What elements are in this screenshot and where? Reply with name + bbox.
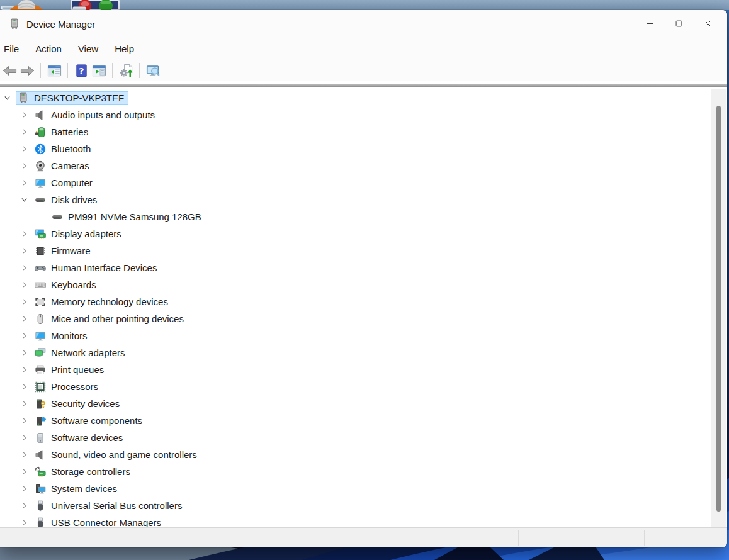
tree-item-content[interactable]: Software devices [33,431,127,445]
tree-item-content[interactable]: Bluetooth [33,142,95,156]
title-bar[interactable]: Device Manager [0,10,727,38]
update-driver-button[interactable] [117,62,135,79]
tree-item-content[interactable]: Software components [33,414,147,428]
tree-item-content[interactable]: Computer [33,176,97,190]
chevron-right-icon[interactable] [18,432,30,444]
forward-button[interactable] [18,62,36,79]
tree-item-content[interactable]: Firmware [33,244,95,258]
menu-file[interactable]: File [0,38,27,60]
help-button[interactable]: ? [72,62,90,79]
processor-icon [35,381,46,393]
tree-item-content[interactable]: DESKTOP-VKP3TEF [16,91,128,105]
tree-item-content[interactable]: Memory technology devices [33,295,172,309]
tree-item[interactable]: Computer [0,174,727,191]
chevron-right-icon[interactable] [18,228,30,240]
background-app-cone-icon[interactable] [10,0,43,10]
tree-item[interactable]: Firmware [0,242,727,259]
tree-item[interactable]: System devices [0,480,727,497]
menu-help[interactable]: Help [106,38,142,60]
tree-item-content[interactable]: Mice and other pointing devices [33,312,188,326]
tree-item-content[interactable]: Audio inputs and outputs [33,108,159,122]
chevron-right-icon[interactable] [18,160,30,172]
chevron-right-icon[interactable] [18,517,30,528]
chevron-right-icon[interactable] [18,364,30,376]
close-button[interactable] [693,10,722,38]
tree-item[interactable]: Processors [0,378,727,395]
show-hide-console-tree-button[interactable] [45,62,63,79]
tree-item-content[interactable]: Human Interface Devices [33,261,161,275]
tree-item-content[interactable]: Sound, video and game controllers [33,448,201,462]
tree-item[interactable]: Network adapters [0,344,727,361]
tree-item[interactable]: Batteries [0,123,727,140]
tree-item[interactable]: Cameras [0,157,727,174]
tree-item-content[interactable]: Security devices [33,397,124,411]
chevron-right-icon[interactable] [18,483,30,495]
chevron-right-icon[interactable] [18,398,30,410]
chevron-right-icon[interactable] [18,381,30,393]
tree-item[interactable]: DESKTOP-VKP3TEF [0,89,727,106]
tree-item[interactable]: Software components [0,412,727,429]
tree-item-content[interactable]: Processors [33,380,103,394]
chevron-right-icon[interactable] [18,245,30,257]
background-app-indicators-icon[interactable] [71,0,120,10]
chevron-right-icon[interactable] [18,500,30,512]
scan-hardware-changes-button[interactable] [144,62,162,79]
back-button[interactable] [1,62,18,79]
chevron-right-icon[interactable] [18,279,30,291]
tree-item[interactable]: Memory technology devices [0,293,727,310]
tree-item[interactable]: Monitors [0,327,727,344]
chevron-right-icon[interactable] [18,466,30,478]
chevron-right-icon[interactable] [18,109,30,121]
chevron-right-icon[interactable] [18,296,30,308]
chevron-right-icon[interactable] [18,126,30,138]
menu-view[interactable]: View [70,38,106,60]
tree-item-content[interactable]: System devices [33,482,122,496]
tree-item-content[interactable]: Keyboards [33,278,101,292]
chevron-right-icon[interactable] [18,415,30,427]
tree-item-content[interactable]: Batteries [33,125,93,139]
tree-item-content[interactable]: Print queues [33,363,108,377]
chevron-right-icon[interactable] [18,330,30,342]
tree-item-content[interactable]: USB Connector Managers [33,516,166,528]
tree-item-content[interactable]: PM991 NVMe Samsung 128GB [50,210,206,224]
tree-item-content[interactable]: Network adapters [33,346,130,360]
tree-item-content[interactable]: Cameras [33,159,94,173]
show-action-pane-button[interactable] [90,62,108,79]
tree-item[interactable]: Software devices [0,429,727,446]
status-bar-divider [644,530,645,546]
chevron-right-icon[interactable] [18,262,30,274]
chevron-right-icon[interactable] [18,347,30,359]
tree-item-content[interactable]: Display adapters [33,227,126,241]
tree-item-content[interactable]: Disk drives [33,193,101,207]
maximize-button[interactable] [664,10,693,38]
tree-item[interactable]: Bluetooth [0,140,727,157]
menu-action[interactable]: Action [27,38,70,60]
tree-item[interactable]: Disk drives [0,191,727,208]
chevron-down-icon[interactable] [1,92,13,104]
chevron-right-icon[interactable] [18,177,30,189]
tree-item[interactable]: Print queues [0,361,727,378]
tree-item-content[interactable]: Universal Serial Bus controllers [33,499,186,513]
tree-item[interactable]: Mice and other pointing devices [0,310,727,327]
chevron-down-icon[interactable] [18,194,30,206]
tree-item[interactable]: PM991 NVMe Samsung 128GB [0,208,727,225]
tree-item[interactable]: Universal Serial Bus controllers [0,497,727,514]
tree-item[interactable]: Security devices [0,395,727,412]
hid-gamepad-icon [35,262,46,274]
tree-item[interactable]: Human Interface Devices [0,259,727,276]
tree-item[interactable]: USB Connector Managers [0,514,727,527]
chevron-right-icon[interactable] [18,313,30,325]
tree-item[interactable]: Display adapters [0,225,727,242]
tree-item[interactable]: Keyboards [0,276,727,293]
chevron-right-icon[interactable] [18,449,30,461]
scrollbar-thumb[interactable] [716,106,721,512]
tree-item-content[interactable]: Storage controllers [33,465,135,479]
tree-item[interactable]: Audio inputs and outputs [0,106,727,123]
background-window-strip[interactable] [0,0,729,10]
tree-item[interactable]: Sound, video and game controllers [0,446,727,463]
vertical-scrollbar[interactable] [711,89,726,527]
minimize-button[interactable] [635,10,664,38]
tree-item[interactable]: Storage controllers [0,463,727,480]
chevron-right-icon[interactable] [18,143,30,155]
tree-item-content[interactable]: Monitors [33,329,92,343]
